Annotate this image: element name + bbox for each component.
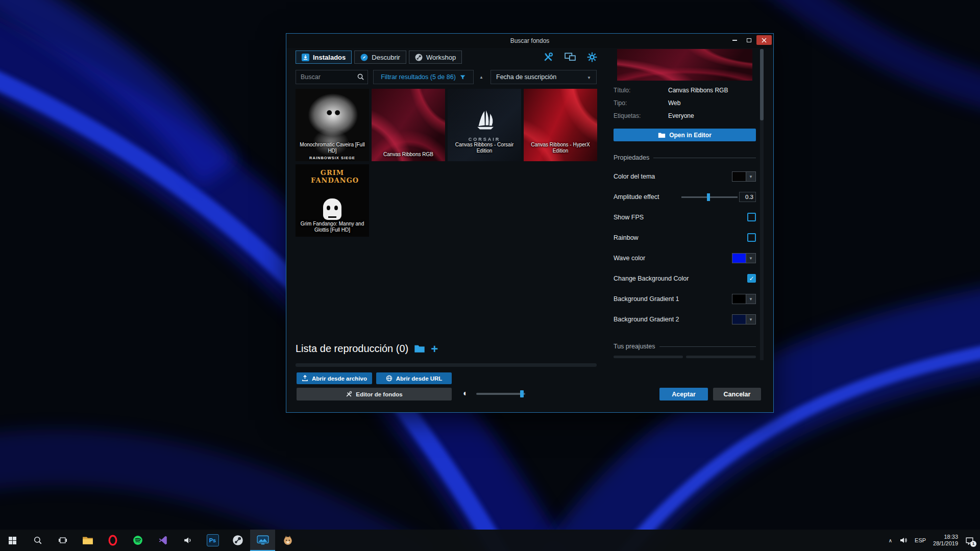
clock[interactable]: 18:33 28/1/2019	[933, 534, 958, 547]
visual-studio-icon[interactable]	[150, 530, 175, 551]
settings-gear-icon[interactable]	[587, 52, 597, 62]
tab-workshop[interactable]: Workshop	[409, 51, 462, 64]
close-button[interactable]	[756, 35, 772, 45]
task-view-icon	[58, 536, 67, 545]
taskbar-search-button[interactable]	[25, 530, 50, 551]
notification-badge: 1	[970, 541, 976, 547]
minimize-icon	[732, 40, 737, 41]
audio-app-icon[interactable]	[175, 530, 200, 551]
playlist-header: Lista de reproducción (0)	[296, 343, 438, 355]
wallpaper-thumbnail[interactable]: GRIM FANDANGO Grim Fandango: Manny and G…	[296, 164, 369, 237]
tab-label: Instalados	[313, 54, 346, 61]
wallpaper-preview-image	[617, 49, 752, 81]
steam-icon[interactable]	[225, 530, 250, 551]
color-swatch	[732, 254, 746, 263]
window-titlebar[interactable]: Buscar fondos	[286, 34, 773, 48]
grim-skull-art	[323, 198, 341, 220]
brightness-slider[interactable]	[476, 393, 525, 395]
property-label: Amplitude effect	[614, 193, 659, 201]
slider-handle[interactable]	[707, 193, 710, 201]
opera-icon[interactable]	[100, 530, 125, 551]
property-row: Rainbow	[614, 233, 756, 243]
accept-button[interactable]: Aceptar	[659, 388, 708, 400]
field-label: Tipo:	[614, 99, 627, 107]
spotify-icon[interactable]	[125, 530, 150, 551]
wallpaper-title: Monochromatic Caveira [Full HD]	[298, 142, 367, 154]
field-value: Web	[668, 99, 680, 107]
preset-slot[interactable]	[614, 356, 683, 358]
wallpaper-editor-button[interactable]: Editor de fondos	[297, 388, 452, 400]
field-label: Etiquetas:	[614, 112, 641, 119]
amplitude-value[interactable]: 0.3	[739, 192, 756, 202]
wave-color-picker[interactable]	[732, 253, 756, 263]
panel-scrollbar[interactable]	[760, 49, 764, 360]
system-tray: ESP 18:33 28/1/2019 1	[889, 530, 980, 551]
field-label: Título:	[614, 87, 630, 94]
property-label: Color del tema	[614, 173, 655, 180]
art-text: RAINBOWSIX SIEGE	[296, 156, 369, 160]
button-label: Aceptar	[672, 391, 696, 398]
open-from-url-button[interactable]: Abrir desde URL	[376, 372, 452, 384]
property-row: Show FPS	[614, 212, 756, 222]
background-gradient-1-picker[interactable]	[732, 294, 756, 304]
contrast-icon	[463, 389, 468, 398]
scrollbar-thumb[interactable]	[760, 49, 764, 120]
installed-tab-icon	[302, 54, 309, 61]
wallpaper-thumbnail[interactable]: Canvas Ribbons - HyperX Edition	[524, 89, 597, 161]
show-fps-checkbox[interactable]	[747, 213, 756, 221]
rainbow-checkbox[interactable]	[747, 233, 756, 242]
corsair-logo	[471, 106, 498, 133]
background-gradient-2-picker[interactable]	[732, 314, 756, 324]
sort-value: Fecha de suscripción	[496, 73, 556, 81]
photoshop-tile: Ps	[207, 534, 219, 546]
slider-handle[interactable]	[520, 390, 524, 397]
color-swatch	[732, 315, 746, 324]
check-icon	[749, 275, 754, 282]
playlist-folder-icon[interactable]	[414, 344, 425, 353]
filter-results-button[interactable]: Filtrar resultados (5 de 86)	[373, 70, 474, 84]
wallpaper-thumbnail[interactable]: Canvas Ribbons RGB	[372, 89, 445, 161]
wallpaper-thumbnail[interactable]: RAINBOWSIX SIEGE Monochromatic Caveira […	[296, 89, 369, 161]
wallpaper-browser-window: Buscar fondos Instalados	[286, 33, 774, 413]
theme-color-picker[interactable]	[732, 171, 756, 182]
opera-logo-icon	[108, 535, 118, 546]
action-center-icon[interactable]: 1	[965, 536, 974, 545]
button-label: Abrir desde archivo	[312, 375, 367, 382]
playlist-scrollbar[interactable]	[296, 363, 597, 367]
chevron-down-icon	[746, 294, 755, 304]
open-from-file-button[interactable]: Abrir desde archivo	[297, 372, 372, 384]
photoshop-icon[interactable]: Ps	[200, 530, 225, 551]
displays-icon[interactable]	[565, 53, 576, 62]
volume-tray-icon[interactable]	[899, 536, 908, 544]
button-label: Cancelar	[724, 391, 751, 398]
wallpaper-engine-icon[interactable]	[250, 530, 275, 551]
tab-instalados[interactable]: Instalados	[296, 51, 352, 64]
speaker-icon	[183, 536, 192, 545]
mascot-app-icon[interactable]	[275, 530, 300, 551]
change-background-color-checkbox[interactable]	[747, 274, 756, 283]
toolbar	[543, 52, 597, 62]
tools-icon[interactable]	[543, 52, 553, 62]
file-explorer-icon[interactable]	[75, 530, 100, 551]
preset-slot[interactable]	[686, 356, 756, 358]
language-indicator[interactable]: ESP	[915, 537, 926, 543]
window-title: Buscar fondos	[510, 37, 550, 44]
minimize-button[interactable]	[728, 35, 741, 45]
collapse-grid-button[interactable]	[476, 70, 486, 84]
cancel-button[interactable]: Cancelar	[713, 388, 761, 400]
maximize-button[interactable]	[742, 35, 755, 45]
wallpaper-engine-logo-icon	[257, 535, 269, 545]
tab-descubrir[interactable]: Descubrir	[354, 51, 406, 64]
wallpaper-thumbnail[interactable]: CORSAIR Canvas Ribbons - Corsair Edition	[448, 89, 521, 161]
task-view-button[interactable]	[50, 530, 75, 551]
tray-expand-icon[interactable]	[889, 538, 892, 543]
amplitude-slider[interactable]	[681, 196, 738, 198]
maximize-icon	[747, 38, 751, 42]
search-icon[interactable]	[357, 73, 364, 81]
sort-dropdown[interactable]: Fecha de suscripción	[491, 70, 597, 84]
property-label: Show FPS	[614, 214, 644, 221]
chevron-down-icon	[587, 73, 591, 81]
playlist-add-icon[interactable]	[431, 344, 438, 354]
open-in-editor-button[interactable]: Open in Editor	[614, 129, 756, 141]
start-button[interactable]	[0, 530, 25, 551]
